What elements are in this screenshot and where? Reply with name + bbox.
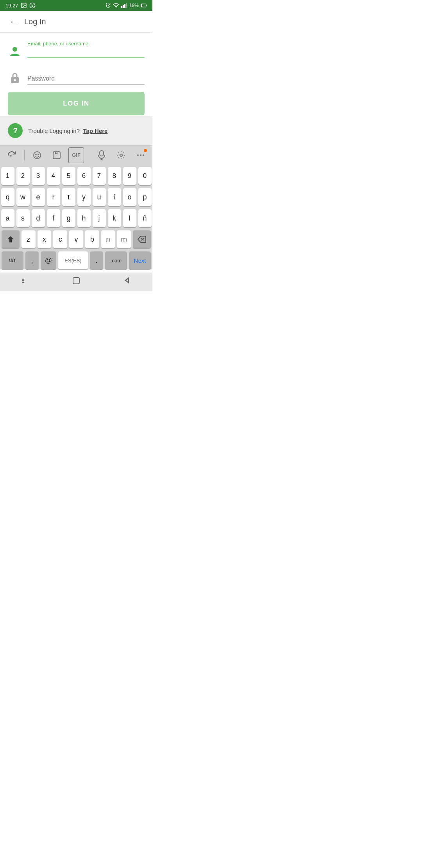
- bottom-row: !#1 , @ ES(ES) . .com Next: [2, 251, 151, 269]
- svg-point-18: [36, 154, 36, 155]
- key-0[interactable]: 0: [138, 167, 152, 185]
- page-title: Log In: [24, 17, 46, 26]
- key-z[interactable]: z: [21, 230, 36, 248]
- battery-label: 19%: [129, 3, 139, 8]
- trouble-text: Trouble Logging in? Tap Here: [28, 127, 107, 134]
- key-v[interactable]: v: [69, 230, 83, 248]
- keyboard-toolbar: T GIF: [0, 145, 152, 165]
- key-d[interactable]: d: [32, 209, 45, 227]
- key-i[interactable]: i: [108, 188, 121, 206]
- key-q[interactable]: q: [1, 188, 14, 206]
- svg-rect-21: [100, 151, 104, 156]
- user-icon: [8, 44, 22, 58]
- key-k[interactable]: k: [108, 209, 121, 227]
- login-button[interactable]: LOG IN: [8, 92, 145, 115]
- key-o[interactable]: o: [123, 188, 136, 206]
- key-8[interactable]: 8: [108, 167, 121, 185]
- key-5[interactable]: 5: [62, 167, 75, 185]
- key-m[interactable]: m: [117, 230, 131, 248]
- keyboard: 1 2 3 4 5 6 7 8 9 0 q w e r t y u i o p …: [0, 165, 152, 269]
- svg-text:T: T: [10, 154, 12, 158]
- gallery-icon: [21, 2, 27, 9]
- battery-icon: [141, 3, 147, 8]
- username-field-row: Email, phone, or username: [8, 41, 145, 58]
- key-a[interactable]: a: [1, 209, 14, 227]
- svg-rect-33: [73, 278, 79, 284]
- key-9[interactable]: 9: [123, 167, 136, 185]
- key-l[interactable]: l: [123, 209, 136, 227]
- nav-back-button[interactable]: [115, 273, 139, 291]
- key-7[interactable]: 7: [93, 167, 106, 185]
- key-4[interactable]: 4: [47, 167, 60, 185]
- key-x[interactable]: x: [38, 230, 52, 248]
- form-area: Email, phone, or username Password LOG I…: [0, 33, 152, 115]
- key-n[interactable]: n: [101, 230, 115, 248]
- next-key[interactable]: Next: [129, 251, 151, 269]
- key-enye[interactable]: ñ: [138, 209, 152, 227]
- signal-icon: [121, 3, 127, 8]
- svg-text:S: S: [31, 4, 34, 7]
- more-options-icon[interactable]: [133, 147, 148, 163]
- key-j[interactable]: j: [93, 209, 106, 227]
- comma-key[interactable]: ,: [25, 251, 39, 269]
- notification-dot: [144, 149, 147, 152]
- key-b[interactable]: b: [85, 230, 99, 248]
- key-y[interactable]: y: [77, 188, 91, 206]
- sticker-icon[interactable]: [49, 147, 64, 163]
- alarm-icon: [106, 3, 111, 8]
- microphone-icon[interactable]: [94, 147, 109, 163]
- trouble-area: ? Trouble Logging in? Tap Here: [0, 116, 152, 145]
- username-input[interactable]: [27, 47, 145, 56]
- emoji-icon[interactable]: [29, 147, 45, 163]
- asdf-row: a s d f g h j k l ñ: [2, 209, 151, 227]
- key-w[interactable]: w: [16, 188, 30, 206]
- key-p[interactable]: p: [138, 188, 152, 206]
- status-time: 19:27: [5, 3, 18, 9]
- svg-point-15: [14, 79, 16, 81]
- dotcom-key[interactable]: .com: [105, 251, 127, 269]
- key-h[interactable]: h: [77, 209, 91, 227]
- key-f[interactable]: f: [47, 209, 60, 227]
- key-c[interactable]: c: [53, 230, 67, 248]
- svg-point-17: [34, 152, 41, 159]
- special-chars-key[interactable]: !#1: [2, 251, 23, 269]
- number-row: 1 2 3 4 5 6 7 8 9 0: [2, 167, 151, 185]
- toolbar-divider: [24, 150, 25, 161]
- back-button[interactable]: ←: [6, 14, 21, 29]
- keyboard-rotate-icon[interactable]: T: [4, 147, 20, 163]
- shift-key[interactable]: [2, 230, 20, 248]
- svg-point-25: [137, 154, 139, 156]
- gif-button[interactable]: GIF: [68, 147, 84, 163]
- svg-rect-6: [121, 6, 122, 8]
- wifi-icon: [113, 3, 119, 8]
- username-label: Email, phone, or username: [27, 41, 145, 47]
- password-field-wrap: Password: [27, 74, 145, 85]
- nav-lines-button[interactable]: [13, 273, 38, 291]
- key-6[interactable]: 6: [77, 167, 91, 185]
- dot-key[interactable]: .: [90, 251, 103, 269]
- svg-point-26: [140, 154, 141, 156]
- trouble-link[interactable]: Tap Here: [83, 127, 107, 134]
- svg-point-24: [120, 154, 122, 156]
- status-bar: 19:27 S 19%: [0, 0, 152, 11]
- key-r[interactable]: r: [47, 188, 60, 206]
- help-icon: ?: [8, 123, 23, 138]
- key-s[interactable]: s: [16, 209, 30, 227]
- key-t[interactable]: t: [62, 188, 75, 206]
- space-key[interactable]: ES(ES): [58, 251, 88, 269]
- backspace-key[interactable]: [133, 230, 151, 248]
- svg-rect-9: [126, 3, 127, 8]
- status-right: 19%: [106, 3, 147, 8]
- key-g[interactable]: g: [62, 209, 75, 227]
- nav-home-button[interactable]: [64, 273, 88, 291]
- key-2[interactable]: 2: [16, 167, 30, 185]
- key-3[interactable]: 3: [32, 167, 45, 185]
- key-e[interactable]: e: [32, 188, 45, 206]
- key-u[interactable]: u: [93, 188, 106, 206]
- bottom-nav: [0, 273, 152, 291]
- key-1[interactable]: 1: [1, 167, 14, 185]
- password-input[interactable]: [27, 74, 145, 83]
- username-field-wrap: Email, phone, or username: [27, 41, 145, 58]
- at-key[interactable]: @: [41, 251, 56, 269]
- settings-icon[interactable]: [113, 147, 129, 163]
